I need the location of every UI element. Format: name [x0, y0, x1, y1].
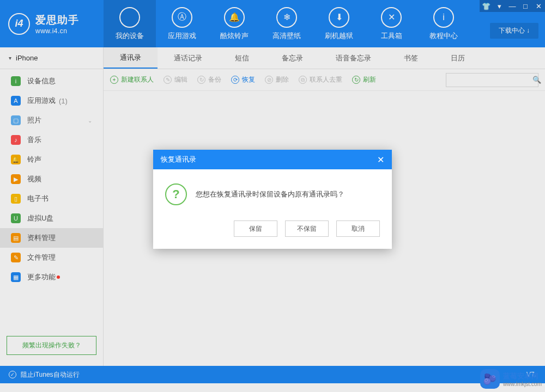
dialog-header: 恢复通讯录 ✕	[153, 150, 392, 169]
dialog-title: 恢复通讯录	[161, 155, 196, 164]
dialog-message: 您想在恢复通讯录时保留设备内原有通讯录吗？	[196, 190, 344, 199]
cancel-button[interactable]: 取消	[336, 220, 380, 237]
discard-button[interactable]: 不保留	[285, 220, 329, 237]
dialog-body: ? 您想在恢复通讯录时保留设备内原有通讯录吗？ 保留 不保留 取消	[153, 169, 392, 249]
question-icon: ?	[165, 183, 187, 205]
dialog-message-row: ? 您想在恢复通讯录时保留设备内原有通讯录吗？	[165, 183, 380, 205]
modal-overlay: 恢复通讯录 ✕ ? 您想在恢复通讯录时保留设备内原有通讯录吗？ 保留 不保留 取…	[0, 0, 545, 392]
dialog-buttons: 保留 不保留 取消	[165, 220, 380, 237]
dialog-close-icon[interactable]: ✕	[377, 155, 384, 165]
keep-button[interactable]: 保留	[234, 220, 277, 237]
restore-dialog: 恢复通讯录 ✕ ? 您想在恢复通讯录时保留设备内原有通讯录吗？ 保留 不保留 取…	[153, 150, 392, 249]
